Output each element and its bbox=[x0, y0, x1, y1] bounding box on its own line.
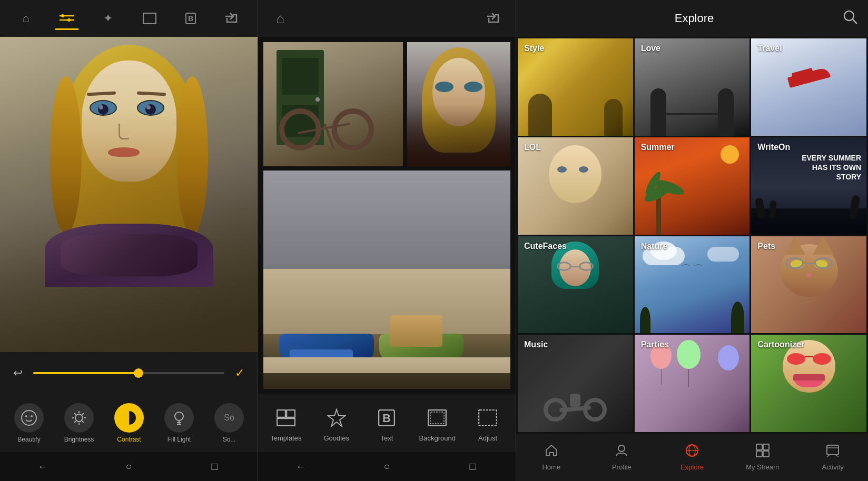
goodies-icon bbox=[323, 405, 350, 431]
svg-rect-44 bbox=[763, 451, 769, 457]
beautify-label: Beautify bbox=[17, 436, 40, 443]
bold-text-icon[interactable]: B bbox=[179, 7, 202, 30]
background-label: Background bbox=[419, 434, 456, 442]
adjustment-slider[interactable] bbox=[33, 372, 224, 374]
confirm-button[interactable]: ✓ bbox=[230, 363, 250, 383]
collage-canvas[interactable] bbox=[258, 37, 516, 394]
grid-item-summer[interactable]: Summer bbox=[635, 137, 750, 235]
filllight-tool[interactable]: Fill Light bbox=[155, 403, 203, 443]
love-label: Love bbox=[641, 44, 660, 53]
collage-recents-button[interactable]: □ bbox=[460, 456, 486, 477]
share-icon[interactable] bbox=[220, 7, 243, 30]
brightness-tool[interactable]: Brightness bbox=[55, 403, 103, 443]
collage-cell-bike[interactable] bbox=[262, 41, 404, 167]
templates-tool[interactable]: Templates bbox=[265, 405, 307, 442]
background-tool[interactable]: Background bbox=[416, 405, 458, 442]
mystream-nav-icon bbox=[756, 444, 770, 460]
beautify-tool[interactable]: Beautify bbox=[5, 403, 53, 443]
photo-canvas[interactable] bbox=[0, 37, 258, 352]
nav-mystream[interactable]: My Stream bbox=[736, 444, 789, 471]
explore-bottom-nav: Home Profile Explore bbox=[516, 434, 868, 481]
summer-label: Summer bbox=[641, 143, 675, 152]
svg-line-16 bbox=[74, 413, 76, 415]
explore-nav-icon bbox=[685, 444, 699, 460]
magic-icon[interactable]: ✦ bbox=[96, 7, 120, 30]
collage-panel: ⌂ bbox=[258, 0, 516, 481]
nav-activity[interactable]: Activity bbox=[806, 444, 859, 471]
explore-title: Explore bbox=[546, 12, 843, 25]
android-nav-bar: ← ○ □ bbox=[0, 452, 258, 481]
contrast-tool[interactable]: Contrast bbox=[105, 403, 153, 443]
profile-nav-icon bbox=[615, 444, 628, 460]
collage-home-button[interactable]: ○ bbox=[374, 456, 400, 477]
svg-rect-45 bbox=[827, 445, 839, 455]
contrast-label: Contrast bbox=[117, 436, 141, 443]
nav-explore[interactable]: Explore bbox=[666, 444, 718, 471]
grid-item-music[interactable]: Music bbox=[518, 335, 633, 432]
svg-point-9 bbox=[25, 415, 27, 417]
home-icon[interactable]: ⌂ bbox=[14, 7, 37, 30]
writeon-label: WriteOn bbox=[757, 143, 790, 152]
svg-marker-29 bbox=[328, 409, 345, 426]
svg-rect-34 bbox=[479, 410, 497, 426]
svg-text:B: B bbox=[188, 14, 193, 23]
nav-profile[interactable]: Profile bbox=[595, 444, 648, 471]
svg-text:B: B bbox=[382, 412, 391, 425]
adjust-icon[interactable] bbox=[55, 7, 78, 30]
nav-home[interactable]: Home bbox=[525, 444, 578, 471]
svg-rect-27 bbox=[287, 410, 295, 417]
collage-cell-girl[interactable] bbox=[406, 41, 511, 167]
grid-item-lol[interactable]: LOL bbox=[518, 137, 633, 235]
grid-item-parties[interactable]: Parties bbox=[635, 335, 750, 432]
templates-label: Templates bbox=[270, 434, 301, 442]
home-nav-icon bbox=[545, 444, 558, 460]
explore-grid: Style Love Travel LOL bbox=[516, 37, 868, 434]
collage-nav-bar: ← ○ □ bbox=[258, 452, 516, 481]
collage-back-button[interactable]: ← bbox=[288, 456, 314, 477]
grid-item-cartoonizer[interactable]: Cartoonizer bbox=[751, 335, 866, 432]
cartoonizer-label: Cartoonizer bbox=[757, 340, 804, 349]
collage-cell-boats[interactable] bbox=[262, 169, 511, 390]
grid-item-pets[interactable]: Pets bbox=[751, 236, 866, 334]
writeon-overlay-text: EVERY SUMMERHAS ITS OWNSTORY bbox=[802, 153, 861, 182]
text-label: Text bbox=[381, 434, 393, 442]
profile-nav-label: Profile bbox=[612, 463, 632, 471]
home-button[interactable]: ○ bbox=[116, 456, 142, 477]
filllight-label: Fill Light bbox=[167, 436, 191, 443]
travel-label: Travel bbox=[757, 44, 782, 53]
beautify-icon bbox=[14, 403, 44, 433]
back-button[interactable]: ← bbox=[30, 456, 56, 477]
undo-button[interactable]: ↩ bbox=[8, 363, 28, 383]
collage-home-icon[interactable]: ⌂ bbox=[269, 7, 292, 30]
svg-point-35 bbox=[844, 11, 854, 21]
grid-item-cutefaces[interactable]: CuteFaces bbox=[518, 236, 633, 334]
more-tool[interactable]: So So... bbox=[205, 403, 253, 443]
text-tool[interactable]: B Text bbox=[366, 405, 408, 442]
grid-item-travel[interactable]: Travel bbox=[751, 38, 866, 136]
adjust-tool[interactable]: Adjust bbox=[467, 405, 509, 442]
grid-item-writeon[interactable]: EVERY SUMMERHAS ITS OWNSTORY WriteOn bbox=[751, 137, 866, 235]
grid-item-love[interactable]: Love bbox=[635, 38, 750, 136]
mystream-nav-label: My Stream bbox=[746, 463, 779, 471]
explore-header: Explore bbox=[516, 0, 868, 37]
explore-nav-label: Explore bbox=[680, 463, 704, 471]
recents-button[interactable]: □ bbox=[202, 456, 228, 477]
filllight-icon bbox=[164, 403, 194, 433]
photo-editor-panel: ⌂ ✦ B bbox=[0, 0, 258, 481]
brightness-icon bbox=[64, 403, 94, 433]
grid-item-style[interactable]: Style bbox=[518, 38, 633, 136]
activity-nav-icon bbox=[826, 444, 840, 460]
explore-search-icon[interactable] bbox=[843, 9, 857, 27]
brightness-label: Brightness bbox=[64, 436, 94, 443]
collage-share-icon[interactable] bbox=[482, 7, 505, 30]
svg-line-17 bbox=[82, 421, 84, 423]
svg-line-18 bbox=[82, 413, 84, 415]
frame-icon[interactable] bbox=[138, 7, 161, 30]
text-icon: B bbox=[373, 405, 400, 431]
collage-bottom-toolbar: Templates Goodies B Text bbox=[258, 394, 516, 452]
grid-item-nature[interactable]: ⌒ ⌒ Nature bbox=[635, 236, 750, 334]
svg-point-37 bbox=[618, 445, 625, 452]
collage-row-top bbox=[262, 41, 511, 167]
collage-toolbar: ⌂ bbox=[258, 0, 516, 37]
goodies-tool[interactable]: Goodies bbox=[315, 405, 358, 442]
